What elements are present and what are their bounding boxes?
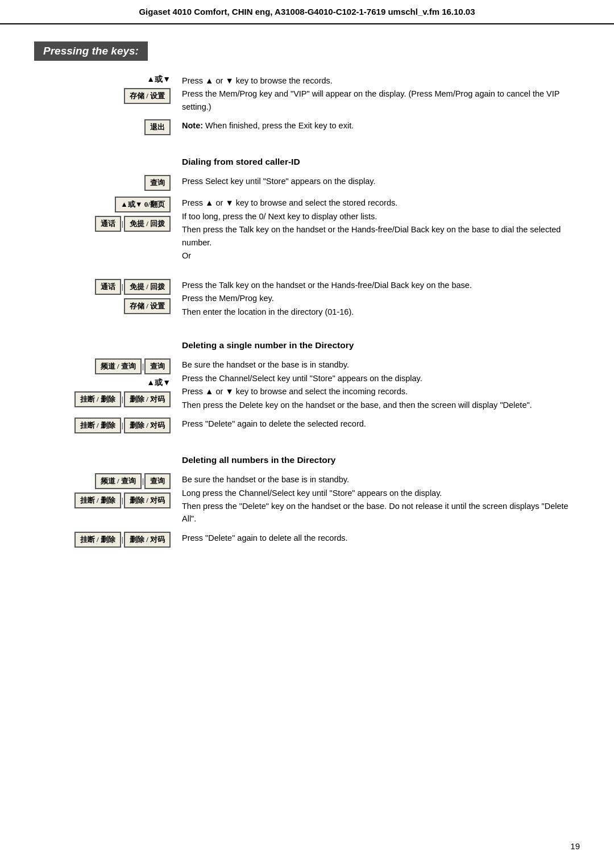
spacer-1 [34,141,580,151]
text-browse-1: Press ▲ or ▼ key to browse the records. [182,74,580,87]
redial-key-1: 免提 / 回拨 [124,216,171,232]
page-number: 19 [570,841,580,851]
key-col-empty-3: 频道 / 查询|查询 ▲或▼ 挂断 / 删除|删除 / 对码 [34,358,182,407]
text-dialing-heading: Dialing from stored caller-ID [182,151,580,169]
page-header: Gigaset 4010 Comfort, CHIN eng, A31008-G… [0,0,614,24]
key-col-delete-all: 频道 / 查询|查询 挂断 / 删除|删除 / 对码 [34,473,182,508]
text-channel-2: Long press the Channel/Select key until … [182,487,580,499]
hangup-delete-row-1: 挂断 / 删除|删除 / 对码 [74,391,171,407]
key-col-browse: ▲或▼ 存储 / 设置 [34,74,182,104]
delete-all-heading: Deleting all numbers in the Directory [182,455,580,465]
hangup-key-4: 挂断 / 删除 [74,532,121,548]
text-arrows-3: Then press the Talk key on the handset o… [182,223,580,249]
text-standby-1: Be sure the handset or the base is in st… [182,358,580,371]
store-key-1: 存储 / 设置 [124,88,171,104]
text-browse-2: Press the Mem/Prog key and "VIP" will ap… [182,87,580,113]
text-channel-1: Press the Channel/Select key until "Stor… [182,372,580,385]
text-talk-store: Press the Talk key on the handset or the… [182,279,580,319]
channel-key-1: 频道 / 查询 [95,358,142,374]
text-standby-2: Be sure the handset or the base is in st… [182,473,580,486]
text-arrows-4: Or [182,249,580,262]
talk-redial-row-2: 通话|免提 / 回拨 [95,279,171,295]
key-col-arrows-nextpage: ▲或▼ 0/翻页 通话|免提 / 回拨 [34,197,182,232]
channel-select-row-2: 频道 / 查询|查询 [95,473,171,489]
text-store-2: Then enter the location in the directory… [182,306,580,318]
hangup-key-2: 挂断 / 删除 [74,418,121,433]
row-delete-single-heading: Deleting a single number in the Director… [34,335,580,353]
hangup-key-1: 挂断 / 删除 [74,391,121,407]
text-store-1: Press the Mem/Prog key. [182,292,580,304]
text-arrows-browse: Press ▲ or ▼ key to browse and select th… [182,385,580,398]
text-browse: Press ▲ or ▼ key to browse the records. … [182,74,580,114]
key-col-exit: 退出 [34,119,182,135]
redial-key-2: 免提 / 回拨 [124,279,171,295]
text-arrows-1: Press ▲ or ▼ key to browse and select th… [182,197,580,209]
page-container: Pressing the keys: ▲或▼ 存储 / 设置 Press ▲ o… [0,36,614,587]
exit-key: 退出 [144,119,171,135]
hangup-delete-row-3: 挂断 / 删除|删除 / 对码 [74,493,171,508]
text-delete-again-1: Press "Delete" again to delete the selec… [182,418,580,430]
row-arrows-nextpage: ▲或▼ 0/翻页 通话|免提 / 回拨 Press ▲ or ▼ key to … [34,197,580,262]
key-col-query: 查询 [34,175,182,191]
row-delete-again: 挂断 / 删除|删除 / 对码 Press "Delete" again to … [34,418,580,433]
hangup-delete-row-4: 挂断 / 删除|删除 / 对码 [74,532,171,548]
arrow-key-2: ▲或▼ [147,378,171,388]
spacer-3 [34,324,580,335]
text-delete-all-again: Press "Delete" again to delete all the r… [182,532,580,545]
talk-key-1: 通话 [95,216,121,232]
delete-key-4: 删除 / 对码 [124,532,171,548]
row-delete-all-heading: Deleting all numbers in the Directory [34,449,580,468]
arrow-key-symbol: ▲或▼ [147,74,171,85]
delete-key-1: 删除 / 对码 [124,391,171,407]
select-key-1: 查询 [144,358,171,374]
text-delete-single: Be sure the handset or the base is in st… [182,358,580,412]
row-dialing-heading: Dialing from stored caller-ID [34,151,580,169]
delete-key-2: 删除 / 对码 [124,418,171,433]
section-title: Pressing the keys: [34,41,580,74]
text-delete-all: Be sure the handset or the base is in st… [182,473,580,526]
channel-select-row-1: 频道 / 查询|查询 [95,358,171,374]
text-delete-single-heading: Deleting a single number in the Director… [182,335,580,353]
text-exit-1: Note: When finished, press the Exit key … [182,119,580,132]
delete-single-heading: Deleting a single number in the Director… [182,340,580,350]
key-col-delete-all-again: 挂断 / 删除|删除 / 对码 [34,532,182,548]
channel-key-2: 频道 / 查询 [95,473,142,489]
text-delete-all-1: Then press the "Delete" key on the hands… [182,500,580,525]
dialing-heading: Dialing from stored caller-ID [182,157,580,167]
text-arrows-2: If too long, press the 0/ Next key to di… [182,210,580,223]
row-talk-store: 通话|免提 / 回拨 存储 / 设置 Press the Talk key on… [34,279,580,319]
text-delete-all-heading: Deleting all numbers in the Directory [182,449,580,468]
text-query: Press Select key until "Store" appears o… [182,175,580,188]
talk-key-2: 通话 [95,279,121,295]
row-delete-all: 频道 / 查询|查询 挂断 / 删除|删除 / 对码 Be sure the h… [34,473,580,526]
text-query-1: Press Select key until "Store" appears o… [182,175,580,187]
spacer-4 [34,439,580,449]
text-arrows-nextpage: Press ▲ or ▼ key to browse and select th… [182,197,580,262]
arrows-nextpage-key: ▲或▼ 0/翻页 [115,197,171,212]
row-delete-all-again: 挂断 / 删除|删除 / 对码 Press "Delete" again to … [34,532,580,548]
content-area: ▲或▼ 存储 / 设置 Press ▲ or ▼ key to browse t… [34,74,580,553]
spacer-2 [34,269,580,279]
key-col-talk-store: 通话|免提 / 回拨 存储 / 设置 [34,279,182,314]
query-key: 查询 [144,175,171,191]
hangup-key-3: 挂断 / 删除 [74,493,121,508]
text-exit: Note: When finished, press the Exit key … [182,119,580,132]
header-text: Gigaset 4010 Comfort, CHIN eng, A31008-G… [139,7,475,16]
note-label: Note: [182,121,203,130]
select-key-2: 查询 [144,473,171,489]
row-standby-info: 频道 / 查询|查询 ▲或▼ 挂断 / 删除|删除 / 对码 Be sure t… [34,358,580,412]
text-talk-1: Press the Talk key on the handset or the… [182,279,580,291]
key-col-delete-again: 挂断 / 删除|删除 / 对码 [34,418,182,433]
text-delete-all-again-1: Press "Delete" again to delete all the r… [182,532,580,544]
delete-key-3: 删除 / 对码 [124,493,171,508]
text-delete-again: Press "Delete" again to delete the selec… [182,418,580,431]
talk-redial-row-1: 通话|免提 / 回拨 [95,216,171,232]
row-exit: 退出 Note: When finished, press the Exit k… [34,119,580,135]
text-delete-1: Then press the Delete key on the handset… [182,399,580,411]
store-key-2: 存储 / 设置 [124,298,171,314]
row-browse-arrows: ▲或▼ 存储 / 设置 Press ▲ or ▼ key to browse t… [34,74,580,114]
hangup-delete-row-2: 挂断 / 删除|删除 / 对码 [74,418,171,433]
row-query: 查询 Press Select key until "Store" appear… [34,175,580,191]
